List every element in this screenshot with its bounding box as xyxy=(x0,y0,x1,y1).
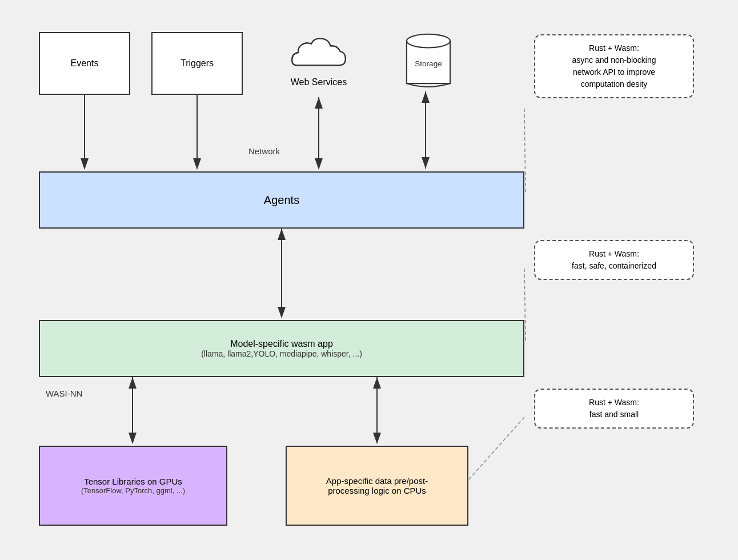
svg-line-20 xyxy=(524,269,526,343)
web-services-cloud: Web Services xyxy=(273,23,364,97)
web-services-label: Web Services xyxy=(291,77,347,87)
svg-point-1 xyxy=(407,34,450,48)
annotation-mid-text: Rust + Wasm:fast, safe, containerized xyxy=(572,249,656,270)
triggers-label: Triggers xyxy=(181,58,214,69)
annotation-mid: Rust + Wasm:fast, safe, containerized xyxy=(534,240,694,280)
annotation-top: Rust + Wasm:async and non-blockingnetwor… xyxy=(534,34,694,98)
svg-text:Storage: Storage xyxy=(415,59,442,68)
svg-line-19 xyxy=(524,109,526,194)
agents-box: Agents xyxy=(39,171,524,229)
model-label-line2: (llama, llama2,YOLO, mediapipe, whisper,… xyxy=(201,349,362,358)
network-label: Network xyxy=(248,146,280,156)
appdata-label-line1: App-specific data pre/post- xyxy=(326,476,428,486)
appdata-box: App-specific data pre/post- processing l… xyxy=(286,446,468,526)
appdata-label-line2: processing logic on CPUs xyxy=(328,486,426,495)
diagram: Events Triggers Web Services Storage xyxy=(0,0,738,560)
events-label: Events xyxy=(71,58,99,69)
svg-line-21 xyxy=(468,417,524,480)
cloud-shape xyxy=(284,33,353,76)
model-box: Model-specific wasm app (llama, llama2,Y… xyxy=(39,320,524,377)
annotation-bot: Rust + Wasm:fast and small xyxy=(534,389,694,429)
annotation-top-text: Rust + Wasm:async and non-blockingnetwor… xyxy=(572,43,656,89)
agents-label: Agents xyxy=(264,194,299,207)
triggers-box: Triggers xyxy=(151,32,243,95)
storage-cylinder: Storage xyxy=(388,23,468,103)
tensor-box: Tensor Libraries on GPUs (TensorFlow, Py… xyxy=(39,446,227,526)
wasinn-label: WASI-NN xyxy=(46,389,82,398)
events-box: Events xyxy=(39,32,130,95)
tensor-label-line2: (TensorFlow, PyTorch, ggml, ...) xyxy=(81,486,185,495)
tensor-label-line1: Tensor Libraries on GPUs xyxy=(84,477,182,486)
cylinder-shape: Storage xyxy=(397,30,460,95)
model-label-line1: Model-specific wasm app xyxy=(230,339,333,349)
annotation-bot-text: Rust + Wasm:fast and small xyxy=(589,398,639,419)
